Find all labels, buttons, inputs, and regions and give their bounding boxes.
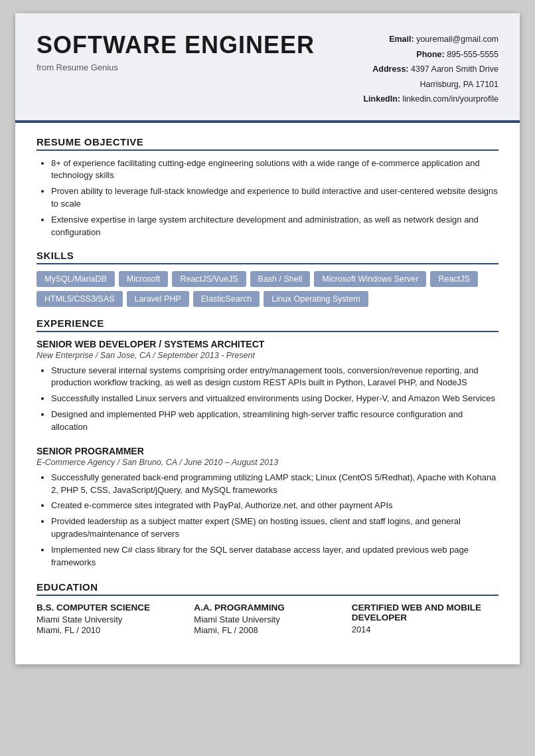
linkedin-label: LinkedIn:	[363, 94, 400, 104]
linkedin-line: LinkedIn: linkedin.com/in/yourprofile	[352, 92, 498, 107]
experience-section: EXPERIENCE SENIOR WEB DEVELOPER / SYSTEM…	[37, 318, 498, 569]
resume-document: SOFTWARE ENGINEER from Resume Genius Ema…	[15, 13, 520, 664]
address-line1: 4397 Aaron Smith Drive	[411, 64, 498, 74]
objective-list: 8+ of experience facilitating cutting-ed…	[37, 157, 498, 239]
objective-bullet-1: 8+ of experience facilitating cutting-ed…	[51, 157, 498, 183]
phone-line: Phone: 895-555-5555	[352, 47, 498, 62]
job-title-0: SENIOR WEB DEVELOPER / SYSTEMS ARCHITECT	[37, 339, 498, 349]
phone-label: Phone:	[416, 50, 444, 59]
header-subtitle: from Resume Genius	[37, 62, 315, 72]
edu-info-1: Miami, FL / 2008	[194, 625, 341, 635]
skill-tag-6: HTML5/CSS3/SAS	[37, 291, 123, 307]
edu-block-1: A.A. PROGRAMMINGMiami State UniversityMi…	[194, 603, 341, 635]
phone-value: 895-555-5555	[447, 50, 498, 59]
skills-title: SKILLS	[37, 250, 498, 264]
skill-tag-5: ReactJS	[430, 271, 477, 287]
job-bullets-0: Structure several internal systems compr…	[37, 365, 498, 434]
skill-tag-8: ElasticSearch	[193, 291, 260, 307]
job-0-bullet-1: Successfully installed Linux servers and…	[51, 393, 498, 405]
edu-degree-0: B.S. COMPUTER SCIENCE	[37, 603, 183, 613]
edu-degree-1: A.A. PROGRAMMING	[194, 603, 341, 613]
linkedin-value: linkedin.com/in/yourprofile	[402, 94, 498, 104]
edu-info-0: Miami, FL / 2010	[37, 625, 183, 635]
job-meta-0: New Enterprise / San Jose, CA / Septembe…	[37, 351, 498, 360]
skills-section: SKILLS MySQL/MariaDBMicrosoftReactJS/Vue…	[37, 250, 498, 307]
objective-bullet-2: Proven ability to leverage full-stack kn…	[51, 185, 498, 211]
skill-tag-9: Linux Operating System	[264, 291, 368, 307]
job-1-bullet-1: Created e-commerce sites integrated with…	[51, 500, 498, 512]
email-value: youremail@gmail.com	[416, 35, 498, 44]
skills-tags-row: MySQL/MariaDBMicrosoftReactJS/VueJSBash …	[37, 271, 498, 307]
address-value2: Harrisburg, PA 17101	[420, 80, 498, 89]
experience-blocks: SENIOR WEB DEVELOPER / SYSTEMS ARCHITECT…	[37, 339, 498, 569]
skill-tag-3: Bash / Shell	[250, 271, 311, 287]
edu-school-1: Miami State University	[194, 614, 341, 624]
job-0-bullet-2: Designed and implemented PHP web applica…	[51, 409, 498, 434]
edu-degree-2: CERTIFIED WEB AND MOBILE DEVELOPER	[352, 603, 498, 622]
resume-header: SOFTWARE ENGINEER from Resume Genius Ema…	[15, 13, 520, 123]
job-1-bullet-2: Provided leadership as a subject matter …	[51, 516, 498, 541]
job-title-heading: SOFTWARE ENGINEER	[37, 32, 315, 58]
job-meta-1: E-Commerce Agency / San Bruno, CA / June…	[37, 458, 498, 467]
objective-bullet-3: Extensive expertise in large system arch…	[51, 214, 498, 239]
skill-tag-7: Laravel PHP	[127, 291, 189, 307]
objective-title: RESUME OBJECTIVE	[37, 136, 498, 151]
job-bullets-1: Successfully generated back-end programm…	[37, 472, 498, 569]
address-line: Address: 4397 Aaron Smith Drive	[352, 62, 498, 77]
experience-title: EXPERIENCE	[37, 318, 498, 332]
header-left: SOFTWARE ENGINEER from Resume Genius	[37, 32, 315, 72]
address-label: Address:	[372, 64, 408, 74]
email-label: Email:	[389, 35, 414, 44]
skill-tag-0: MySQL/MariaDB	[37, 271, 115, 287]
edu-school-0: Miami State University	[37, 614, 183, 624]
job-block-1: SENIOR PROGRAMMERE-Commerce Agency / San…	[37, 446, 498, 569]
edu-info-2: 2014	[352, 624, 498, 634]
skill-tag-4: Microsoft Windows Server	[314, 271, 426, 287]
objective-section: RESUME OBJECTIVE 8+ of experience facili…	[37, 136, 498, 239]
job-block-0: SENIOR WEB DEVELOPER / SYSTEMS ARCHITECT…	[37, 339, 498, 434]
education-title: EDUCATION	[37, 581, 498, 596]
job-1-bullet-3: Implemented new C# class library for the…	[51, 544, 498, 569]
job-title-1: SENIOR PROGRAMMER	[37, 446, 498, 456]
edu-block-0: B.S. COMPUTER SCIENCEMiami State Univers…	[37, 603, 183, 635]
skill-tag-2: ReactJS/VueJS	[172, 271, 246, 287]
education-grid: B.S. COMPUTER SCIENCEMiami State Univers…	[37, 603, 498, 635]
email-line: Email: youremail@gmail.com	[352, 32, 498, 47]
contact-info: Email: youremail@gmail.com Phone: 895-55…	[352, 32, 498, 107]
edu-block-2: CERTIFIED WEB AND MOBILE DEVELOPER2014	[352, 603, 498, 635]
resume-body: RESUME OBJECTIVE 8+ of experience facili…	[15, 123, 520, 664]
education-section: EDUCATION B.S. COMPUTER SCIENCEMiami Sta…	[37, 581, 498, 635]
address-line2: Harrisburg, PA 17101	[352, 77, 498, 92]
job-0-bullet-0: Structure several internal systems compr…	[51, 365, 498, 390]
skill-tag-1: Microsoft	[119, 271, 169, 287]
job-1-bullet-0: Successfully generated back-end programm…	[51, 472, 498, 497]
